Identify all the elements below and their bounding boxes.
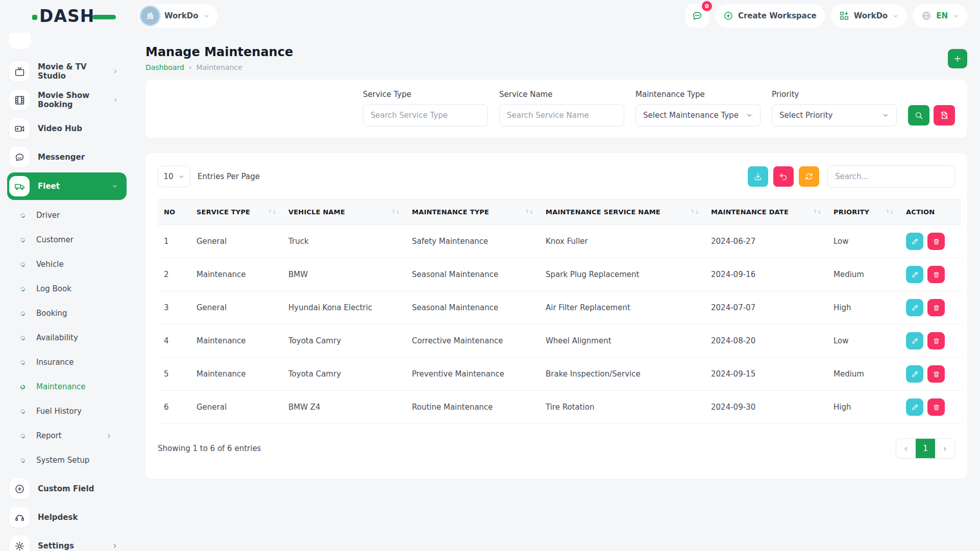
column-label: ACTION <box>906 208 935 216</box>
cell-priority: High <box>827 291 900 324</box>
column-header-service_type[interactable]: SERVICE TYPE↑↓ <box>190 199 282 225</box>
service-name-label: Service Name <box>499 90 624 99</box>
sidebar-subitem-availability[interactable]: Availability <box>20 325 127 350</box>
sidebar-subitem-customer[interactable]: Customer <box>20 228 127 252</box>
headset-icon <box>9 507 30 528</box>
sidebar-item-movie-show-booking[interactable]: Movie Show Booking <box>7 86 127 114</box>
edit-button[interactable] <box>906 332 923 349</box>
sort-icon[interactable]: ↑↓ <box>813 209 821 215</box>
sidebar-subitem-vehicle[interactable]: Vehicle <box>20 252 127 277</box>
delete-button[interactable] <box>927 332 945 349</box>
edit-button[interactable] <box>906 266 923 283</box>
delete-button[interactable] <box>927 233 945 250</box>
table-row: 5MaintenanceToyota CamryPreventive Maint… <box>158 358 961 391</box>
delete-button[interactable] <box>927 266 945 283</box>
cell-action <box>900 291 961 324</box>
cell-maintenance_date: 2024-07-07 <box>705 291 827 324</box>
dash-logo[interactable]: DASH <box>13 6 138 26</box>
table-row: 6GeneralBMW Z4Routine MaintenanceTire Ro… <box>158 391 961 424</box>
maintenance-type-select[interactable]: Select Maintenance Type <box>635 104 761 127</box>
sort-icon[interactable]: ↑↓ <box>268 209 276 215</box>
cell-action <box>900 324 961 358</box>
sidebar-toggle-button[interactable] <box>9 33 31 49</box>
sidebar-subitem-booking[interactable]: Booking <box>20 301 127 325</box>
cell-no: 6 <box>158 391 190 424</box>
donut-bullet-icon <box>19 310 26 316</box>
tv-icon <box>9 61 30 82</box>
cell-vehicle_name: BMW Z4 <box>282 391 406 424</box>
app-menu-button[interactable]: WorkDo <box>831 4 907 28</box>
sidebar-item-custom-field[interactable]: Custom Field <box>7 474 127 503</box>
maintenance-table-panel: 10 Entries Per Page NOSERVICE TYPE↑↓VEHI… <box>145 153 967 479</box>
workspace-switcher[interactable]: WorkDo <box>138 4 218 28</box>
building-icon <box>145 11 155 21</box>
sidebar-subitem-label: System Setup <box>36 456 89 465</box>
pagination-prev-button[interactable]: ‹ <box>896 439 916 458</box>
export-button[interactable] <box>748 166 768 187</box>
sidebar-subitem-driver[interactable]: Driver <box>20 203 127 228</box>
column-header-maintenance_type[interactable]: MAINTENANCE TYPE↑↓ <box>406 199 540 225</box>
pagination-next-button[interactable]: › <box>935 439 954 458</box>
app-menu-label: WorkDo <box>854 11 888 20</box>
sort-icon[interactable]: ↑↓ <box>525 209 533 215</box>
column-header-maintenance_service_name[interactable]: MAINTENANCE SERVICE NAME↑↓ <box>540 199 705 225</box>
create-workspace-button[interactable]: Create Workspace <box>715 4 825 28</box>
refresh-button[interactable] <box>799 166 819 187</box>
undo-button[interactable] <box>773 166 794 187</box>
entries-per-page-select[interactable]: 10 <box>158 166 190 187</box>
sidebar-item-helpdesk[interactable]: Helpdesk <box>7 503 127 532</box>
pagination-page-1[interactable]: 1 <box>916 439 935 458</box>
column-header-vehicle_name[interactable]: VEHICLE NAME↑↓ <box>282 199 406 225</box>
service-type-input[interactable] <box>363 104 488 127</box>
table-search-input[interactable] <box>827 165 955 188</box>
sort-icon[interactable]: ↑↓ <box>391 209 400 215</box>
edit-button[interactable] <box>906 365 923 383</box>
column-header-maintenance_date[interactable]: MAINTENANCE DATE↑↓ <box>705 199 827 225</box>
download-icon <box>753 172 763 181</box>
logo-text: DASH <box>39 6 94 26</box>
trash-icon <box>933 271 940 279</box>
sidebar-item-fleet[interactable]: Fleet <box>7 172 127 200</box>
sidebar-subitem-system-setup[interactable]: System Setup <box>20 448 127 472</box>
video-icon <box>9 118 30 139</box>
add-maintenance-button[interactable] <box>948 49 967 68</box>
delete-button[interactable] <box>927 398 945 416</box>
fleet-submenu: DriverCustomerVehicleLog BookBookingAvai… <box>7 201 127 474</box>
breadcrumb-dashboard-link[interactable]: Dashboard <box>145 63 184 71</box>
sidebar-item-messenger[interactable]: Messenger <box>7 143 127 171</box>
edit-button[interactable] <box>906 299 923 316</box>
sort-icon[interactable]: ↑↓ <box>886 209 894 215</box>
sidebar-subitem-insurance[interactable]: Insurance <box>20 350 127 374</box>
cell-maintenance_type: Routine Maintenance <box>406 391 540 424</box>
column-header-priority[interactable]: PRIORITY↑↓ <box>827 199 900 225</box>
priority-select[interactable]: Select Priority <box>772 104 897 127</box>
chevron-down-icon <box>203 13 210 19</box>
delete-button[interactable] <box>927 365 945 383</box>
sidebar-item-video-hub[interactable]: Video Hub <box>7 114 127 143</box>
chevron-down-icon <box>178 173 185 180</box>
chevron-right-icon <box>106 433 112 439</box>
messages-button[interactable]: 0 <box>685 4 709 28</box>
sidebar-subitem-fuel-history[interactable]: Fuel History <box>20 399 127 423</box>
sidebar-subitem-maintenance[interactable]: Maintenance <box>20 374 127 399</box>
delete-button[interactable] <box>927 299 945 316</box>
sidebar-subitem-report[interactable]: Report <box>20 423 127 448</box>
pencil-icon <box>911 337 919 345</box>
sort-icon[interactable]: ↑↓ <box>691 209 699 215</box>
service-name-input[interactable] <box>499 104 624 127</box>
filter-clear-button[interactable] <box>934 105 955 126</box>
filter-search-button[interactable] <box>908 105 929 126</box>
chevron-down-icon <box>111 183 118 190</box>
sidebar-item-settings[interactable]: Settings <box>7 532 127 551</box>
sidebar-item-movie-tv-studio[interactable]: Movie & TV Studio <box>7 57 127 86</box>
language-selector[interactable]: EN <box>913 4 967 28</box>
topbar: DASH WorkDo 0 Create Workspace WorkDo EN <box>0 0 980 32</box>
cell-maintenance_type: Corrective Maintenance <box>406 324 540 358</box>
edit-button[interactable] <box>906 398 923 416</box>
cell-maintenance_service_name: Knox Fuller <box>540 225 705 258</box>
sidebar-main-nav: Movie & TV StudioMovie Show BookingVideo… <box>7 57 127 474</box>
donut-bullet-icon <box>19 261 26 267</box>
edit-button[interactable] <box>906 233 923 250</box>
sidebar-subitem-log-book[interactable]: Log Book <box>20 277 127 301</box>
cell-vehicle_name: Toyota Camry <box>282 358 406 391</box>
